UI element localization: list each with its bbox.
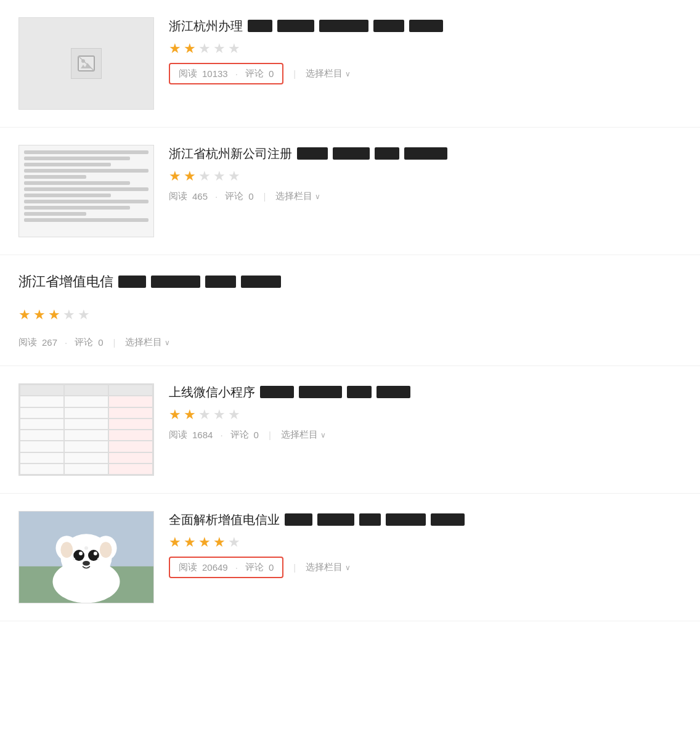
svg-point-18 xyxy=(84,546,88,550)
title-redacted xyxy=(241,276,281,288)
svg-point-9 xyxy=(60,542,73,558)
star-rating: ★ ★ ★ ★ ★ xyxy=(169,408,682,422)
title-redacted xyxy=(376,386,410,398)
article-meta: 阅读 267 · 评论 0 | 选择栏目 ∨ xyxy=(18,337,170,348)
select-label: 选择栏目 xyxy=(281,429,318,441)
star-filled: ★ xyxy=(18,308,31,322)
star-filled: ★ xyxy=(169,169,181,183)
select-category-button[interactable]: 选择栏目 ∨ xyxy=(281,429,326,441)
star-filled: ★ xyxy=(184,408,196,422)
article-thumbnail xyxy=(18,17,154,110)
meta-divider: | xyxy=(293,562,296,573)
article-title: 浙江省增值电信 xyxy=(18,272,281,291)
article-thumbnail xyxy=(18,383,154,476)
title-redacted xyxy=(333,147,370,160)
title-redacted xyxy=(299,386,342,398)
star-empty: ★ xyxy=(198,169,211,183)
article-item: 浙江省增值电信 ★ ★ ★ ★ ★ 阅读 267 · 评论 0 | 选择栏目 ∨ xyxy=(0,255,700,366)
select-label: 选择栏目 xyxy=(275,190,312,202)
read-count: 465 xyxy=(192,191,208,202)
meta-divider: | xyxy=(293,68,296,79)
title-redacted xyxy=(118,276,146,288)
article-thumbnail xyxy=(18,511,154,603)
article-item: 上线微信小程序 ★ ★ ★ ★ ★ 阅读 1684 · 评论 0 | xyxy=(0,366,700,494)
star-filled: ★ xyxy=(184,169,196,183)
meta-dot: · xyxy=(65,337,67,348)
title-redacted xyxy=(285,513,312,526)
star-filled: ★ xyxy=(184,536,196,549)
comment-count: 0 xyxy=(254,430,259,440)
title-redacted xyxy=(386,513,426,526)
article-meta: 阅读 10133 · 评论 0 | 选择栏目 ∨ xyxy=(169,63,682,84)
read-label: 阅读 xyxy=(169,429,187,441)
comment-label: 评论 xyxy=(230,429,249,441)
read-count-highlight: 阅读 20649 · 评论 0 xyxy=(169,557,283,578)
star-filled: ★ xyxy=(198,536,211,549)
read-count: 20649 xyxy=(202,562,228,573)
chevron-down-icon: ∨ xyxy=(315,192,320,201)
star-empty: ★ xyxy=(228,408,240,422)
thumbnail-doc xyxy=(19,145,153,237)
meta-dot: · xyxy=(235,562,238,573)
title-text: 浙江省增值电信 xyxy=(18,272,113,291)
select-label: 选择栏目 xyxy=(306,562,343,573)
article-thumbnail xyxy=(18,145,154,237)
title-redacted xyxy=(373,20,404,32)
read-label: 阅读 xyxy=(169,190,187,202)
title-redacted xyxy=(151,276,200,288)
comment-count: 0 xyxy=(248,191,253,202)
star-empty: ★ xyxy=(198,408,211,422)
meta-dot: · xyxy=(215,191,218,202)
comment-label: 评论 xyxy=(245,562,264,573)
title-redacted xyxy=(347,386,372,398)
title-text: 浙江杭州办理 xyxy=(169,17,243,35)
comment-count: 0 xyxy=(269,68,274,79)
star-empty: ★ xyxy=(228,169,240,183)
star-empty: ★ xyxy=(228,536,240,549)
title-text: 全面解析增值电信业 xyxy=(169,511,280,528)
svg-point-13 xyxy=(79,552,83,555)
select-category-button[interactable]: 选择栏目 ∨ xyxy=(125,337,170,348)
article-content: 上线微信小程序 ★ ★ ★ ★ ★ 阅读 1684 · 评论 0 | xyxy=(169,383,682,441)
article-title: 全面解析增值电信业 xyxy=(169,511,682,528)
star-filled: ★ xyxy=(169,42,181,55)
star-empty: ★ xyxy=(63,308,75,322)
svg-point-16 xyxy=(73,558,75,560)
star-filled: ★ xyxy=(169,408,181,422)
title-redacted xyxy=(297,147,328,160)
meta-divider: | xyxy=(113,337,116,348)
article-meta: 阅读 1684 · 评论 0 | 选择栏目 ∨ xyxy=(169,429,682,441)
select-category-button[interactable]: 选择栏目 ∨ xyxy=(306,562,351,573)
chevron-down-icon: ∨ xyxy=(345,563,351,572)
svg-point-14 xyxy=(94,552,97,555)
svg-point-17 xyxy=(97,558,100,560)
read-label: 阅读 xyxy=(179,68,197,80)
title-redacted xyxy=(409,20,443,32)
read-count: 10133 xyxy=(202,68,228,79)
title-redacted xyxy=(359,513,381,526)
svg-point-15 xyxy=(83,561,90,566)
title-text: 浙江省杭州新公司注册 xyxy=(169,145,292,162)
meta-divider: | xyxy=(264,191,266,202)
read-label: 阅读 xyxy=(18,337,37,348)
star-rating: ★ ★ ★ ★ ★ xyxy=(169,169,682,183)
select-label: 选择栏目 xyxy=(306,68,343,80)
star-filled: ★ xyxy=(33,308,46,322)
star-empty: ★ xyxy=(198,42,211,55)
star-filled: ★ xyxy=(213,536,226,549)
star-empty: ★ xyxy=(213,42,226,55)
select-category-button[interactable]: 选择栏目 ∨ xyxy=(306,68,351,80)
read-count-highlight: 阅读 10133 · 评论 0 xyxy=(169,63,283,84)
star-rating: ★ ★ ★ ★ ★ xyxy=(169,42,682,55)
select-category-button[interactable]: 选择栏目 ∨ xyxy=(275,190,320,202)
star-empty: ★ xyxy=(213,408,226,422)
comment-label: 评论 xyxy=(225,190,243,202)
star-filled: ★ xyxy=(184,42,196,55)
star-rating: ★ ★ ★ ★ ★ xyxy=(18,308,90,322)
star-filled: ★ xyxy=(169,536,181,549)
title-redacted xyxy=(404,147,447,160)
chevron-down-icon: ∨ xyxy=(320,431,326,439)
title-text: 上线微信小程序 xyxy=(169,383,255,401)
article-item: 浙江省杭州新公司注册 ★ ★ ★ ★ ★ 阅读 465 · 评论 0 | xyxy=(0,128,700,255)
article-item: 全面解析增值电信业 ★ ★ ★ ★ ★ 阅读 20649 · 评论 xyxy=(0,494,700,621)
